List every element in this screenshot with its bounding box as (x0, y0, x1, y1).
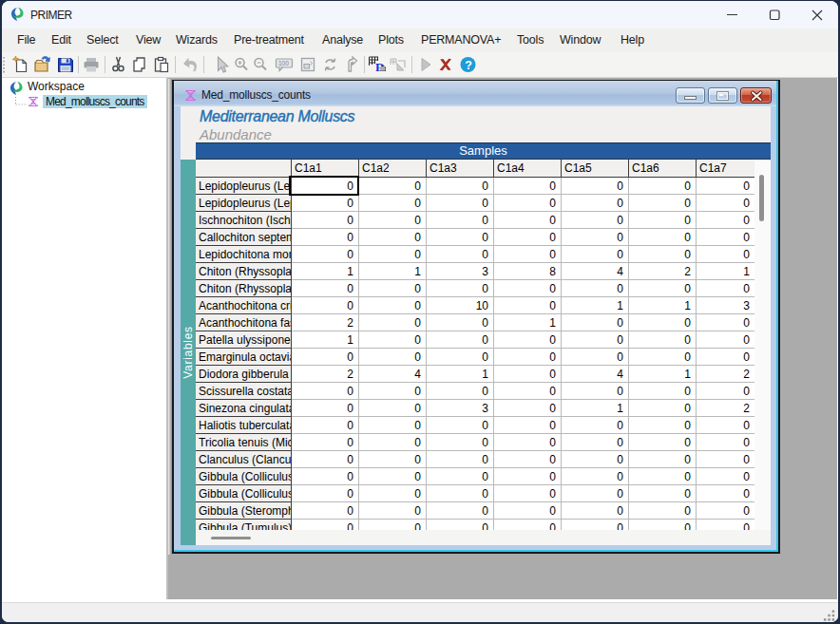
svg-text:100: 100 (278, 60, 289, 66)
svg-text:?: ? (465, 59, 472, 72)
